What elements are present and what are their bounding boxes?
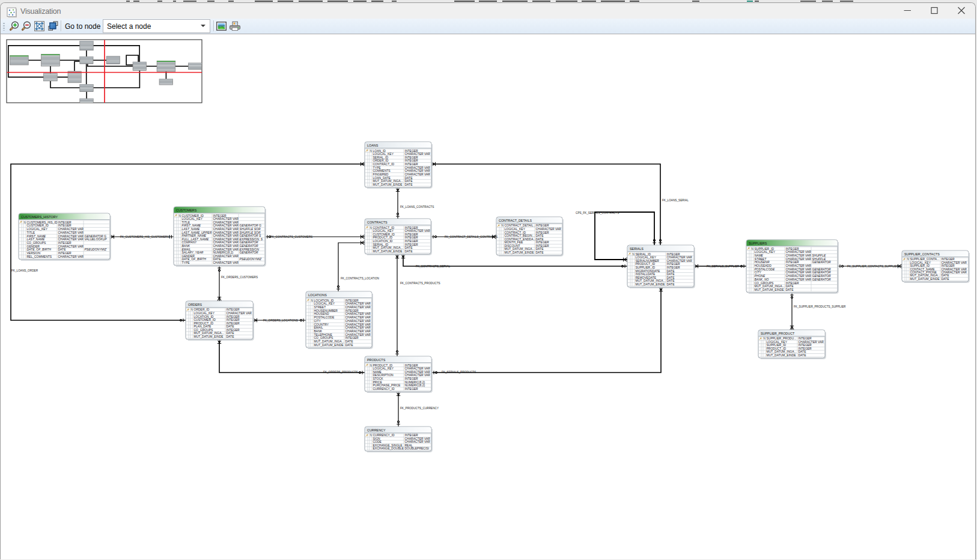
- svg-text:FK_LOANS_CONTRACTS: FK_LOANS_CONTRACTS: [400, 205, 434, 208]
- svg-text:FK_CUSTOMERS_HIS_CUSTOMERS: FK_CUSTOMERS_HIS_CUSTOMERS: [120, 236, 169, 239]
- svg-text:FK_CONTRACTS_LOCATION: FK_CONTRACTS_LOCATION: [341, 277, 379, 280]
- svg-text:FK_CONTRACTS_SERIAL: FK_CONTRACTS_SERIAL: [416, 265, 450, 268]
- svg-text:FK_CONTRACTS_PRODUCTS: FK_CONTRACTS_PRODUCTS: [400, 282, 440, 285]
- svg-text:FK_SERIALS_SUPPLIER: FK_SERIALS_SUPPLIER: [707, 265, 740, 268]
- svg-text:FK_ORDERS_PRODUCTS: FK_ORDERS_PRODUCTS: [323, 371, 358, 374]
- svg-text:FK_ORDERS_LOCATIONS: FK_ORDERS_LOCATIONS: [263, 319, 298, 322]
- svg-text:FK_SUPPLIER_CONTACTS_SUPPLIER: FK_SUPPLIER_CONTACTS_SUPPLIER: [847, 265, 899, 268]
- svg-text:FK_LOANS_SERIAL: FK_LOANS_SERIAL: [662, 199, 689, 202]
- svg-text:FK_SERIALS_PRODUCTS: FK_SERIALS_PRODUCTS: [442, 371, 476, 374]
- svg-text:FK_SUPPLIER_PRODUCTS_SUPPLIER: FK_SUPPLIER_PRODUCTS_SUPPLIER: [794, 305, 846, 308]
- svg-text:FK_PRODUCTS_CURRENCY: FK_PRODUCTS_CURRENCY: [400, 407, 439, 410]
- svg-text:FK_ORDERS_CUSTOMERS: FK_ORDERS_CUSTOMERS: [221, 276, 258, 279]
- svg-text:FK_LOANS_ORDER: FK_LOANS_ORDER: [11, 269, 38, 272]
- svg-text:FK_CONTRACTS_CUSTOMERS: FK_CONTRACTS_CUSTOMERS: [270, 236, 312, 239]
- svg-text:FK_CONTRACT_DETAILS_CONTRACTS: FK_CONTRACT_DETAILS_CONTRACTS: [445, 236, 498, 239]
- svg-text:CPS_FK_SERIALS_CONTRACTS: CPS_FK_SERIALS_CONTRACTS: [576, 212, 619, 215]
